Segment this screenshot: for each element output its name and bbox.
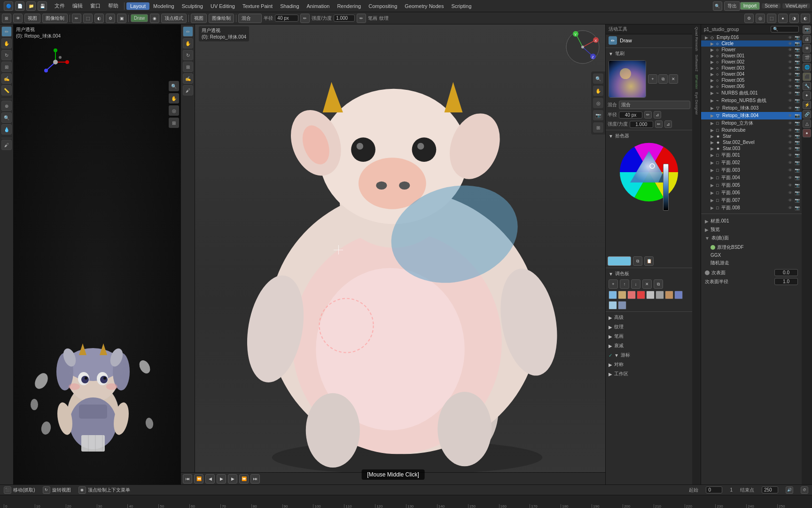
brush-strength-value[interactable]: 1.000 <box>630 121 653 128</box>
falloff-section[interactable]: ▶衰减 <box>606 341 692 350</box>
next-keyframe-btn[interactable]: ▶ <box>228 474 237 484</box>
eyedropper-tool-btn[interactable]: 💧 <box>1 124 12 135</box>
mode-icons4[interactable]: ⚙ <box>106 14 115 23</box>
image-render-btn[interactable]: 图像绘制 <box>42 14 68 23</box>
swatch-3[interactable] <box>637 291 645 299</box>
outliner-item-eye[interactable]: 👁 <box>788 60 792 64</box>
palette-section-header[interactable]: ▼ 调色板 <box>606 269 692 278</box>
outliner-item-cam[interactable]: 📷 <box>795 48 800 52</box>
sync-icon[interactable]: ⏱ <box>801 486 808 494</box>
outliner-item-eye[interactable]: 👁 <box>788 54 792 58</box>
main-scale-btn[interactable]: ⊞ <box>183 62 193 72</box>
outliner-item-eye[interactable]: 👁 <box>788 175 792 180</box>
tab-animation[interactable]: Animation <box>303 2 334 10</box>
play-btn[interactable]: ▶ <box>217 474 226 484</box>
color-paste-btn[interactable]: 📋 <box>644 256 654 266</box>
next-frame-btn[interactable]: ⏩ <box>239 474 249 484</box>
frame-start-input[interactable] <box>706 486 722 493</box>
outliner-item-cam[interactable]: 📷 <box>795 66 800 71</box>
brush-section-title[interactable]: ▼笔刷 <box>606 49 692 58</box>
tab-shading[interactable]: Shading <box>276 2 303 10</box>
properties-particle-icon[interactable]: ✦ <box>803 91 811 100</box>
palette-del-btn[interactable]: ✕ <box>642 279 652 289</box>
advanced-section[interactable]: ▶高级 <box>606 313 692 322</box>
outliner-item-cam[interactable]: 📷 <box>795 113 800 118</box>
outliner-item[interactable]: ▶ ~ NURBS 曲线.001 👁 📷 <box>701 89 802 97</box>
swatch-2[interactable] <box>627 291 636 299</box>
open-file-btn[interactable]: 📁 <box>26 1 36 11</box>
outliner-item-eye[interactable]: 👁 <box>788 121 792 126</box>
main-3d-viewport[interactable]: ✏ ✋ ↻ ⊞ ✍ 🖌 用户透视 (0): Retopo_球体.004 <box>181 24 605 484</box>
main-pan-icon[interactable]: ✋ <box>593 86 603 96</box>
vertex-status-icon[interactable]: ◉ <box>78 486 86 494</box>
outliner-item[interactable]: ▶ □ Roundcube 👁 📷 <box>701 127 802 133</box>
tab-layout[interactable]: Layout <box>126 2 149 10</box>
outliner-item-cam[interactable]: 📷 <box>795 54 800 58</box>
draw-tool-btn[interactable]: ✏ <box>1 26 12 37</box>
swatch-1[interactable] <box>618 291 626 299</box>
brush-radius-value[interactable]: 40 px <box>619 111 642 119</box>
orbit-icon[interactable]: ◎ <box>169 105 179 116</box>
mode-icons5[interactable]: ▣ <box>117 14 126 23</box>
outliner-item-eye[interactable]: 👁 <box>788 78 792 83</box>
outliner-item-eye[interactable]: 👁 <box>788 66 792 71</box>
outliner-item[interactable]: ▶ ◇ Empty.016 👁 📷 <box>701 34 802 40</box>
outliner-item[interactable]: ▶ ★ Star 👁 📷 <box>701 133 802 139</box>
outliner-item-eye[interactable]: 👁 <box>788 84 792 89</box>
brush-strength-pen[interactable]: ✏ <box>655 120 663 128</box>
save-file-btn[interactable]: 💾 <box>38 1 47 11</box>
outliner-item[interactable]: ▶ ○ Circle 👁 📷 <box>701 40 802 47</box>
main-orbit-icon[interactable]: ◎ <box>593 98 603 108</box>
transform-icon[interactable]: ⬛ <box>4 486 11 494</box>
outliner-item[interactable]: ▶ □ 平面.007 👁 📷 <box>701 197 802 204</box>
new-file-btn[interactable]: 📄 <box>15 1 24 11</box>
main-camera-icon[interactable]: 📷 <box>593 110 603 120</box>
radius-input[interactable] <box>275 15 298 22</box>
palette-up-btn[interactable]: ↑ <box>620 279 629 289</box>
prev-keyframe-btn[interactable]: ◀ <box>205 474 215 484</box>
tab-uv-editing[interactable]: UV Editing <box>207 2 239 10</box>
outliner-item-cam[interactable]: 📷 <box>795 41 800 46</box>
outliner-item[interactable]: ▶ ○ Flower.006 👁 📷 <box>701 83 802 89</box>
swatch-6[interactable] <box>665 291 673 299</box>
properties-constraints-icon[interactable]: 🔗 <box>803 110 811 119</box>
outliner-item-cam[interactable]: 📷 <box>795 84 800 89</box>
properties-output-icon[interactable]: 🖨 <box>803 35 811 43</box>
brush-new-btn[interactable]: + <box>648 74 657 84</box>
main-zoom-icon[interactable]: 🔍 <box>593 73 603 84</box>
vertex-mode-icon[interactable]: ◉ <box>150 14 159 23</box>
outliner-item-cam[interactable]: 📷 <box>795 78 800 83</box>
outliner-item[interactable]: ▶ ○ Flower.003 👁 📷 <box>701 65 802 71</box>
menu-help[interactable]: 帮助 <box>104 1 122 10</box>
properties-object-icon[interactable]: ⬛ <box>803 72 811 81</box>
tab-texture-paint[interactable]: Texture Paint <box>239 2 276 10</box>
outliner-item-cam[interactable]: 📷 <box>795 134 800 139</box>
properties-world-icon[interactable]: 🌐 <box>803 63 811 71</box>
outliner-item-cam[interactable]: 📷 <box>795 153 800 158</box>
overlay-btn[interactable]: ◎ <box>756 14 765 23</box>
mode-icons[interactable]: ✏ <box>72 14 81 23</box>
subsurface-radius-value[interactable]: 1.0 <box>774 278 798 285</box>
outliner-item[interactable]: ▶ ★ Star.003 👁 📷 <box>701 145 802 151</box>
outliner-item-eye[interactable]: 👁 <box>788 168 792 173</box>
swatch-4[interactable] <box>646 291 655 299</box>
properties-material-icon[interactable]: ● <box>803 129 811 137</box>
outliner-item-eye[interactable]: 👁 <box>788 91 792 95</box>
color-copy-btn[interactable]: ⧉ <box>633 256 642 266</box>
surface-section-header[interactable]: ▼ 表(曲)面 <box>703 234 800 242</box>
outliner-item[interactable]: ▶ ○ Flower.004 👁 📷 <box>701 71 802 77</box>
outliner-item-eye[interactable]: 👁 <box>788 190 792 195</box>
outliner-item-cam[interactable]: 📷 <box>795 121 800 126</box>
workplane-section[interactable]: ▶工作区 <box>606 369 692 379</box>
main-draw-btn[interactable]: ✏ <box>183 26 193 37</box>
outliner-item[interactable]: ▶ □ 平面.002 👁 📷 <box>701 159 802 167</box>
outliner-item-eye[interactable]: 👁 <box>788 106 792 111</box>
properties-data-icon[interactable]: △ <box>803 119 811 128</box>
cursor-tool-btn[interactable]: ⊕ <box>1 101 12 111</box>
properties-render-icon[interactable]: 📷 <box>803 25 811 34</box>
image-render2-btn[interactable]: 图像绘制 <box>209 14 234 23</box>
outliner-item[interactable]: ▶ □ Retopo_立方体 👁 📷 <box>701 119 802 127</box>
outliner-item-eye[interactable]: 👁 <box>788 48 792 52</box>
value-slider[interactable] <box>660 157 674 218</box>
scale-tool-btn[interactable]: ⊞ <box>1 62 12 72</box>
